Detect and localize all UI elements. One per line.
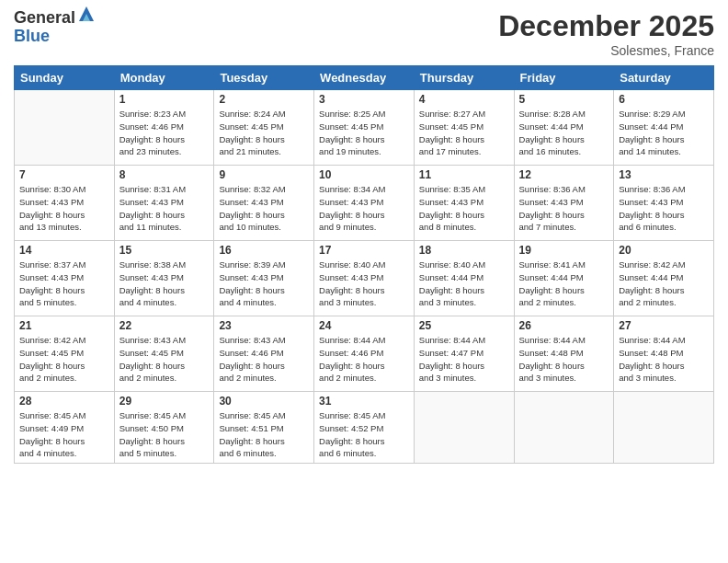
table-row: 16Sunrise: 8:39 AMSunset: 4:43 PMDayligh… [214,241,314,316]
header-monday: Monday [114,66,214,90]
day-info: Sunrise: 8:34 AMSunset: 4:43 PMDaylight:… [319,183,409,234]
day-number: 23 [219,319,309,332]
header-sunday: Sunday [15,66,115,90]
day-number: 13 [619,168,709,181]
day-number: 16 [219,244,309,257]
day-info: Sunrise: 8:45 AMSunset: 4:51 PMDaylight:… [219,409,309,460]
day-number: 6 [619,93,709,106]
day-info: Sunrise: 8:24 AMSunset: 4:45 PMDaylight:… [219,108,309,158]
month-title: December 2025 [498,9,714,43]
table-row: 7Sunrise: 8:30 AMSunset: 4:43 PMDaylight… [15,166,115,241]
day-info: Sunrise: 8:29 AMSunset: 4:44 PMDaylight:… [619,108,709,158]
table-row: 3Sunrise: 8:25 AMSunset: 4:45 PMDaylight… [314,90,415,166]
table-row: 14Sunrise: 8:37 AMSunset: 4:43 PMDayligh… [15,241,115,316]
day-number: 22 [119,319,210,332]
day-info: Sunrise: 8:40 AMSunset: 4:44 PMDaylight:… [419,259,509,309]
table-row: 31Sunrise: 8:45 AMSunset: 4:52 PMDayligh… [314,392,415,464]
day-number: 8 [119,168,210,181]
table-row [514,392,614,464]
day-info: Sunrise: 8:40 AMSunset: 4:43 PMDaylight:… [319,259,409,309]
table-row [414,392,514,464]
day-number: 15 [119,244,210,257]
table-row [15,90,115,166]
table-row: 20Sunrise: 8:42 AMSunset: 4:44 PMDayligh… [614,241,714,316]
day-number: 2 [219,93,309,106]
day-info: Sunrise: 8:38 AMSunset: 4:43 PMDaylight:… [119,259,210,309]
page: General Blue December 2025 Solesmes, Fra… [0,0,728,563]
table-row: 17Sunrise: 8:40 AMSunset: 4:43 PMDayligh… [314,241,415,316]
table-row: 10Sunrise: 8:34 AMSunset: 4:43 PMDayligh… [314,166,415,241]
day-info: Sunrise: 8:44 AMSunset: 4:46 PMDaylight:… [319,334,409,385]
header: General Blue December 2025 Solesmes, Fra… [14,9,714,58]
table-row: 13Sunrise: 8:36 AMSunset: 4:43 PMDayligh… [614,166,714,241]
day-info: Sunrise: 8:31 AMSunset: 4:43 PMDaylight:… [119,183,210,234]
day-info: Sunrise: 8:41 AMSunset: 4:44 PMDaylight:… [519,259,609,309]
day-number: 10 [319,168,409,181]
day-info: Sunrise: 8:44 AMSunset: 4:48 PMDaylight:… [519,334,609,385]
table-row: 4Sunrise: 8:27 AMSunset: 4:45 PMDaylight… [414,90,514,166]
day-number: 14 [19,244,109,257]
day-info: Sunrise: 8:43 AMSunset: 4:45 PMDaylight:… [119,334,210,385]
day-number: 29 [119,395,210,408]
day-number: 17 [319,244,409,257]
table-row: 29Sunrise: 8:45 AMSunset: 4:50 PMDayligh… [114,392,214,464]
day-number: 12 [519,168,609,181]
day-number: 3 [319,93,409,106]
table-row: 18Sunrise: 8:40 AMSunset: 4:44 PMDayligh… [414,241,514,316]
location: Solesmes, France [498,43,714,58]
calendar-table: Sunday Monday Tuesday Wednesday Thursday… [14,65,714,464]
table-row: 21Sunrise: 8:42 AMSunset: 4:45 PMDayligh… [15,316,115,392]
day-info: Sunrise: 8:45 AMSunset: 4:49 PMDaylight:… [19,409,109,460]
day-number: 9 [219,168,309,181]
day-info: Sunrise: 8:36 AMSunset: 4:43 PMDaylight:… [519,183,609,234]
day-info: Sunrise: 8:42 AMSunset: 4:45 PMDaylight:… [19,334,109,385]
day-info: Sunrise: 8:25 AMSunset: 4:45 PMDaylight:… [319,108,409,158]
day-info: Sunrise: 8:44 AMSunset: 4:47 PMDaylight:… [419,334,509,385]
table-row: 23Sunrise: 8:43 AMSunset: 4:46 PMDayligh… [214,316,314,392]
table-row: 24Sunrise: 8:44 AMSunset: 4:46 PMDayligh… [314,316,415,392]
day-info: Sunrise: 8:35 AMSunset: 4:43 PMDaylight:… [419,183,509,234]
table-row [614,392,714,464]
day-info: Sunrise: 8:23 AMSunset: 4:46 PMDaylight:… [119,108,210,158]
table-row: 2Sunrise: 8:24 AMSunset: 4:45 PMDaylight… [214,90,314,166]
table-row: 27Sunrise: 8:44 AMSunset: 4:48 PMDayligh… [614,316,714,392]
day-info: Sunrise: 8:43 AMSunset: 4:46 PMDaylight:… [219,334,309,385]
table-row: 30Sunrise: 8:45 AMSunset: 4:51 PMDayligh… [214,392,314,464]
day-number: 31 [319,395,409,408]
day-number: 1 [119,93,210,106]
table-row: 19Sunrise: 8:41 AMSunset: 4:44 PMDayligh… [514,241,614,316]
day-info: Sunrise: 8:42 AMSunset: 4:44 PMDaylight:… [619,259,709,309]
day-info: Sunrise: 8:30 AMSunset: 4:43 PMDaylight:… [19,183,109,234]
day-number: 28 [19,395,109,408]
header-friday: Friday [514,66,614,90]
header-wednesday: Wednesday [314,66,415,90]
logo-blue-text: Blue [14,28,75,46]
day-number: 5 [519,93,609,106]
logo-general-text: General [14,9,75,28]
table-row: 8Sunrise: 8:31 AMSunset: 4:43 PMDaylight… [114,166,214,241]
header-tuesday: Tuesday [214,66,314,90]
day-info: Sunrise: 8:44 AMSunset: 4:48 PMDaylight:… [619,334,709,385]
day-number: 18 [419,244,509,257]
title-section: December 2025 Solesmes, France [498,9,714,58]
day-number: 4 [419,93,509,106]
table-row: 9Sunrise: 8:32 AMSunset: 4:43 PMDaylight… [214,166,314,241]
logo: General Blue [14,9,96,46]
table-row: 22Sunrise: 8:43 AMSunset: 4:45 PMDayligh… [114,316,214,392]
header-saturday: Saturday [614,66,714,90]
table-row: 12Sunrise: 8:36 AMSunset: 4:43 PMDayligh… [514,166,614,241]
day-info: Sunrise: 8:27 AMSunset: 4:45 PMDaylight:… [419,108,509,158]
day-info: Sunrise: 8:45 AMSunset: 4:50 PMDaylight:… [119,409,210,460]
table-row: 6Sunrise: 8:29 AMSunset: 4:44 PMDaylight… [614,90,714,166]
table-row: 26Sunrise: 8:44 AMSunset: 4:48 PMDayligh… [514,316,614,392]
table-row: 25Sunrise: 8:44 AMSunset: 4:47 PMDayligh… [414,316,514,392]
day-number: 21 [19,319,109,332]
day-number: 19 [519,244,609,257]
table-row: 11Sunrise: 8:35 AMSunset: 4:43 PMDayligh… [414,166,514,241]
logo-icon [77,5,96,23]
day-info: Sunrise: 8:28 AMSunset: 4:44 PMDaylight:… [519,108,609,158]
table-row: 5Sunrise: 8:28 AMSunset: 4:44 PMDaylight… [514,90,614,166]
day-number: 30 [219,395,309,408]
day-number: 20 [619,244,709,257]
day-info: Sunrise: 8:32 AMSunset: 4:43 PMDaylight:… [219,183,309,234]
